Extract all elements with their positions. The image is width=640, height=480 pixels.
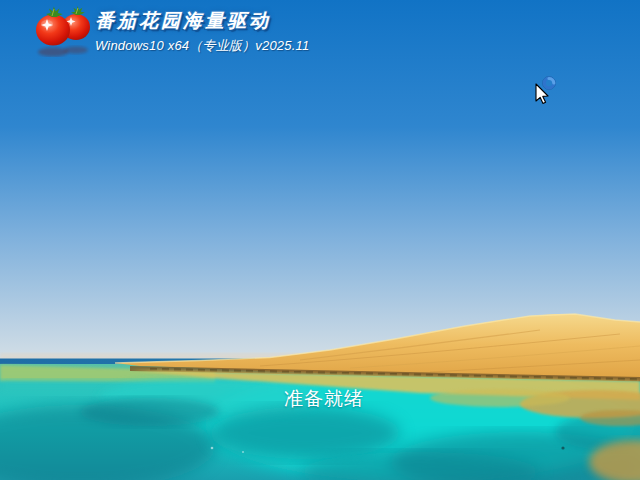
branding: 番茄花园海量驱动 Windows10 x64（专业版）v2025.11 [27, 5, 309, 57]
brand-subtitle: Windows10 x64（专业版）v2025.11 [95, 37, 309, 55]
branding-text: 番茄花园海量驱动 Windows10 x64（专业版）v2025.11 [95, 5, 309, 55]
deployment-screen: 番茄花园海量驱动 Windows10 x64（专业版）v2025.11 准备就绪 [0, 0, 640, 480]
busy-cursor-icon [530, 74, 560, 106]
tomato-logo [27, 5, 95, 57]
status-message: 准备就绪 [284, 386, 364, 412]
brand-title: 番茄花园海量驱动 [95, 8, 309, 34]
